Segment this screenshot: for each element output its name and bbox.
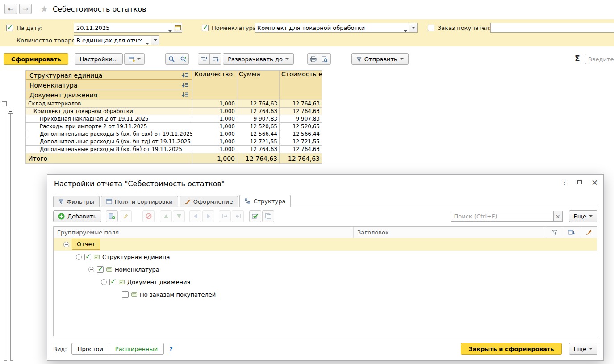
row-sum[interactable]: 12 566,44 bbox=[237, 130, 280, 138]
tree-node-label[interactable]: По заказам покупателей bbox=[140, 291, 216, 298]
total-sum[interactable]: 12 764,63 bbox=[237, 153, 280, 164]
total-qty[interactable]: 1,000 bbox=[192, 153, 237, 164]
search-reset-button[interactable] bbox=[177, 53, 189, 65]
column-appearance-button[interactable] bbox=[580, 227, 597, 238]
favorite-star-icon[interactable]: ★ bbox=[40, 4, 48, 14]
row-unit-cost[interactable]: 12 764,63 bbox=[280, 146, 322, 153]
row-qty[interactable]: 1,000 bbox=[192, 138, 237, 146]
tree-row-structural-unit[interactable]: Структурная единица bbox=[54, 251, 597, 263]
header-sum[interactable]: Сумма bbox=[237, 71, 280, 100]
collapse-levels-button[interactable] bbox=[198, 53, 210, 65]
search-button[interactable] bbox=[165, 53, 177, 65]
sort-descending-icon[interactable] bbox=[182, 72, 188, 78]
column-grouped-fields[interactable]: Группируемые поля bbox=[54, 227, 354, 238]
row-qty[interactable]: 1,000 bbox=[192, 123, 237, 130]
delete-button[interactable] bbox=[142, 210, 155, 222]
search-clear-button[interactable]: × bbox=[554, 211, 563, 222]
quantity-units-select[interactable] bbox=[74, 35, 151, 45]
edit-button[interactable] bbox=[120, 210, 132, 222]
row-sum[interactable]: 12 764,63 bbox=[237, 108, 280, 115]
tab-structure[interactable]: Структура bbox=[239, 195, 291, 207]
tree-node-label[interactable]: Номенклатура bbox=[115, 266, 159, 273]
back-button[interactable]: ← bbox=[4, 4, 17, 14]
row-qty[interactable]: 1,000 bbox=[192, 100, 237, 108]
dialog-toolbar-more-button[interactable]: Еще bbox=[569, 210, 597, 222]
check-all-button[interactable] bbox=[249, 210, 261, 222]
sum-sigma-icon[interactable]: Σ bbox=[575, 54, 580, 63]
move-down-button[interactable] bbox=[173, 210, 185, 222]
node-checkbox[interactable] bbox=[122, 291, 129, 298]
uncheck-all-button[interactable] bbox=[262, 210, 274, 222]
tree-row-report[interactable]: Отчет bbox=[54, 238, 597, 251]
row-label[interactable]: Дополнительные расходы 6 (вх. бн тд) от … bbox=[26, 138, 192, 146]
quantity-units-dropdown-icon[interactable] bbox=[146, 39, 149, 46]
date-input[interactable] bbox=[74, 23, 174, 33]
row-qty[interactable]: 1,000 bbox=[192, 130, 237, 138]
tree-node-label[interactable]: Документ движения bbox=[127, 279, 190, 285]
row-label[interactable]: Комплект для токарной обработки bbox=[26, 108, 192, 115]
column-sort-button[interactable] bbox=[563, 227, 580, 238]
move-up-button[interactable] bbox=[160, 210, 172, 222]
row-unit-cost[interactable]: 12 566,44 bbox=[280, 130, 322, 138]
header-nomenclature[interactable]: Номенклатура bbox=[26, 80, 192, 90]
collapse-icon[interactable] bbox=[76, 254, 82, 260]
row-unit-cost[interactable]: 12 520,65 bbox=[280, 123, 322, 130]
node-checkbox[interactable] bbox=[109, 279, 116, 285]
tree-node-label[interactable]: Отчет bbox=[72, 239, 100, 250]
quantity-units-choose-button[interactable] bbox=[151, 35, 159, 45]
sort-descending-icon[interactable] bbox=[182, 82, 188, 88]
column-filter-button[interactable] bbox=[546, 227, 563, 238]
move-into-group-button[interactable] bbox=[219, 210, 231, 222]
generate-button[interactable]: Сформировать bbox=[4, 53, 68, 65]
header-movement-document[interactable]: Документ движения bbox=[26, 90, 192, 100]
row-unit-cost[interactable]: 9 907,83 bbox=[280, 115, 322, 123]
tree-row-nomenclature[interactable]: Номенклатура bbox=[54, 263, 597, 276]
quick-filter-input[interactable] bbox=[585, 54, 614, 64]
column-header[interactable]: Заголовок bbox=[354, 227, 546, 238]
print-button[interactable] bbox=[307, 53, 319, 65]
close-and-generate-button[interactable]: Закрыть и сформировать bbox=[461, 343, 561, 355]
date-dropdown-icon[interactable] bbox=[168, 27, 172, 33]
row-unit-cost[interactable]: 12 764,63 bbox=[280, 100, 322, 108]
row-label[interactable]: Приходная накладная 2 от 19.11.2025 bbox=[26, 115, 192, 123]
collapse-icon[interactable] bbox=[63, 242, 69, 247]
row-qty[interactable]: 1,000 bbox=[192, 108, 237, 115]
row-sum[interactable]: 9 907,83 bbox=[237, 115, 280, 123]
row-qty[interactable]: 1,000 bbox=[192, 146, 237, 153]
tree-node-label[interactable]: Структурная единица bbox=[102, 254, 170, 260]
node-checkbox[interactable] bbox=[84, 254, 91, 260]
total-label[interactable]: Итого bbox=[26, 153, 192, 164]
maximize-icon[interactable] bbox=[576, 178, 584, 186]
tree-row-movement-document[interactable]: Документ движения bbox=[54, 276, 597, 288]
row-unit-cost[interactable]: 12 721,55 bbox=[280, 138, 322, 146]
move-out-of-group-button[interactable] bbox=[232, 210, 244, 222]
nomenclature-choose-button[interactable] bbox=[409, 23, 418, 33]
row-qty[interactable]: 1,000 bbox=[192, 115, 237, 123]
dialog-more-button[interactable]: Еще bbox=[569, 343, 597, 355]
header-unit-cost[interactable]: Стоимость ед. bbox=[280, 71, 322, 100]
tree-row-by-customer-orders[interactable]: По заказам покупателей bbox=[54, 288, 597, 301]
settings-button[interactable]: Настройки... bbox=[75, 53, 123, 65]
help-link[interactable]: ? bbox=[169, 346, 173, 352]
customer-order-input[interactable] bbox=[490, 23, 614, 33]
group-collapse-box-2[interactable] bbox=[8, 109, 13, 114]
window-menu-icon[interactable]: ⋮ bbox=[560, 178, 568, 186]
move-left-button[interactable] bbox=[189, 210, 201, 222]
add-group-button[interactable] bbox=[106, 210, 118, 222]
row-label[interactable]: Дополнительные расходы 8 (вх. бн) от 19.… bbox=[26, 146, 192, 153]
nomenclature-input[interactable] bbox=[255, 23, 409, 33]
node-checkbox[interactable] bbox=[97, 266, 104, 273]
expand-to-button[interactable]: Разворачивать до bbox=[223, 53, 294, 65]
view-advanced-button[interactable]: Расширенный bbox=[109, 343, 164, 355]
collapse-icon[interactable] bbox=[88, 267, 94, 272]
print-preview-button[interactable] bbox=[319, 53, 331, 65]
calendar-button[interactable] bbox=[174, 23, 182, 33]
collapse-icon[interactable] bbox=[101, 279, 107, 285]
settings-variants-button[interactable] bbox=[124, 53, 145, 65]
tab-appearance[interactable]: Оформление bbox=[180, 196, 238, 207]
customer-order-checkbox[interactable] bbox=[428, 25, 434, 31]
row-sum[interactable]: 12 764,63 bbox=[237, 146, 280, 153]
row-unit-cost[interactable]: 12 764,63 bbox=[280, 108, 322, 115]
move-right-button[interactable] bbox=[202, 210, 214, 222]
send-button[interactable]: Отправить bbox=[351, 53, 409, 65]
